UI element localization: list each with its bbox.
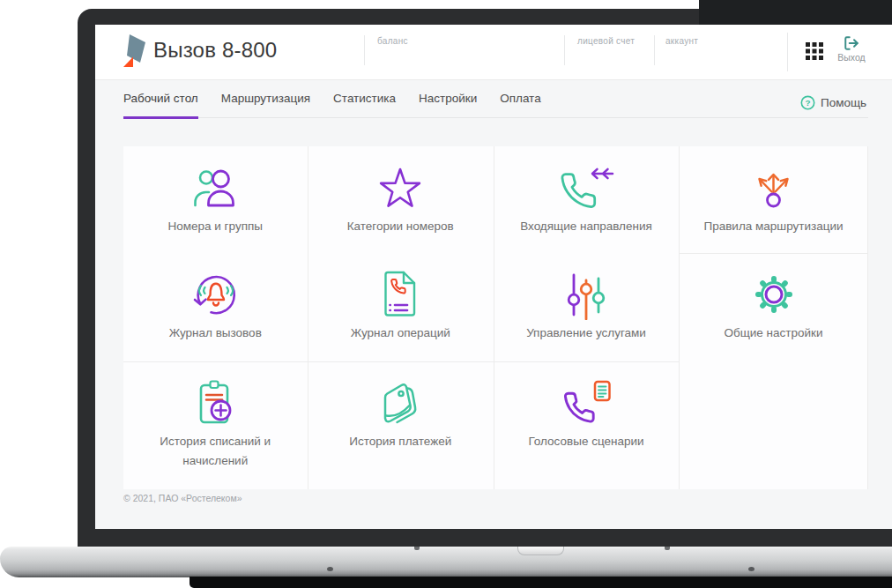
laptop-base-notch (414, 547, 420, 550)
header-divider (364, 35, 365, 65)
star-icon (375, 162, 425, 213)
svg-text:?: ? (805, 98, 810, 108)
tile-call-log[interactable]: Журнал вызовов (123, 253, 308, 361)
app-header: Вызов 8-800 баланс лицевой счет аккаунт … (95, 25, 892, 80)
dashboard-grid: Номера и группы Категории номеров (123, 146, 868, 489)
personal-account-label: лицевой счет (577, 36, 635, 46)
laptop-base-notch (665, 547, 670, 550)
tile-voice-scenarios[interactable]: Голосовые сценарии (494, 361, 679, 489)
tab-statistics[interactable]: Статистика (333, 92, 396, 117)
laptop-base (0, 547, 892, 577)
tile-label: Номера и группы (134, 217, 297, 236)
operations-document-icon (380, 269, 420, 320)
gear-icon (749, 269, 799, 320)
call-log-bell-icon (190, 269, 241, 320)
tile-general-settings[interactable]: Общие настройки (679, 253, 868, 361)
logout-icon (844, 35, 859, 51)
sliders-icon (562, 269, 610, 320)
tile-label: История списаний и начислений (134, 432, 297, 472)
help-label: Помощь (821, 96, 866, 109)
grid-divider (494, 146, 494, 489)
tile-label: Журнал вызовов (134, 324, 297, 343)
header-divider (564, 35, 565, 65)
logout-label: Выход (834, 52, 869, 63)
tile-label: Правила маршрутизации (692, 217, 855, 236)
laptop-bezel-top-right (699, 0, 892, 25)
voice-script-icon (560, 377, 613, 428)
tile-label: Общие настройки (692, 324, 855, 343)
rostelecom-logo-icon (121, 33, 147, 69)
users-icon (190, 162, 241, 213)
account-label: аккаунт (665, 36, 698, 46)
incoming-call-icon (558, 162, 614, 213)
logout-button[interactable]: Выход (834, 35, 869, 63)
grid-divider (308, 146, 308, 489)
help-link[interactable]: ? Помощь (800, 95, 866, 110)
laptop-screen: Вызов 8-800 баланс лицевой счет аккаунт … (95, 25, 892, 529)
tile-service-management[interactable]: Управление услугами (494, 253, 679, 361)
header-divider (654, 35, 655, 65)
tile-operations-log[interactable]: Журнал операций (308, 253, 494, 361)
clipboard-plus-icon (193, 377, 237, 428)
tile-label: Журнал операций (319, 324, 482, 343)
laptop-base-foot (327, 567, 333, 571)
tile-number-categories[interactable]: Категории номеров (308, 146, 494, 253)
tile-label: Входящие направления (505, 217, 668, 236)
grid-divider (867, 146, 868, 489)
tile-numbers-and-groups[interactable]: Номера и группы (123, 146, 308, 253)
routing-arrows-icon (753, 162, 795, 213)
copyright-text: © 2021, ПАО «Ростелеком» (123, 493, 242, 503)
balance-label: баланс (377, 36, 408, 46)
tile-label: Голосовые сценарии (505, 432, 668, 451)
tab-routing[interactable]: Маршрутизация (221, 92, 310, 117)
grid-divider (679, 146, 680, 489)
apps-grid-icon[interactable] (806, 42, 823, 60)
tile-charges-history[interactable]: История списаний и начислений (123, 361, 308, 489)
tile-routing-rules[interactable]: Правила маршрутизации (679, 146, 868, 253)
tab-payment[interactable]: Оплата (500, 92, 540, 117)
laptop-lid-groove (517, 547, 564, 555)
laptop-base-edge (190, 577, 892, 588)
grid-divider (679, 253, 868, 254)
tile-label: История платежей (319, 432, 482, 451)
app-title: Вызов 8-800 (153, 38, 277, 63)
tile-label: Управление услугами (505, 324, 668, 343)
header-divider (787, 33, 788, 71)
tab-desktop[interactable]: Рабочий стол (123, 92, 198, 119)
tile-incoming-directions[interactable]: Входящие направления (494, 146, 679, 253)
main-nav: Рабочий стол Маршрутизация Статистика На… (123, 92, 868, 118)
laptop-base-foot (748, 567, 754, 571)
tile-label: Категории номеров (319, 217, 482, 236)
help-question-icon: ? (800, 95, 815, 110)
grid-divider (123, 361, 679, 362)
tile-payment-history[interactable]: История платежей (308, 361, 494, 489)
wallet-icon (376, 377, 424, 428)
tab-settings[interactable]: Настройки (419, 92, 477, 117)
